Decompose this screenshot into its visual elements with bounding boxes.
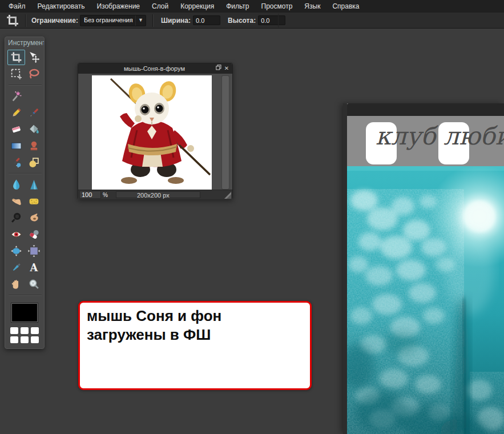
menu-item-file[interactable]: Файл xyxy=(9,2,26,10)
forum-banner-text: клуб любите xyxy=(376,122,504,150)
swatch-cell[interactable] xyxy=(31,327,39,334)
shapes-icon xyxy=(28,156,40,168)
tool-red-eye[interactable] xyxy=(7,227,25,242)
menu-item-language[interactable]: Язык xyxy=(304,2,320,10)
gradient-icon xyxy=(10,140,22,152)
tool-spacer xyxy=(25,89,43,104)
divider xyxy=(9,173,42,174)
resize-grip[interactable] xyxy=(224,192,231,199)
tool-marquee[interactable] xyxy=(7,66,25,82)
swatch-cell[interactable] xyxy=(10,336,18,343)
restore-window-icon[interactable] xyxy=(215,63,223,74)
tool-clone-stamp[interactable] xyxy=(25,138,43,154)
forum-canvas-image[interactable] xyxy=(347,166,504,434)
menu-item-help[interactable]: Справка xyxy=(332,2,359,10)
magnifier-icon xyxy=(28,278,40,290)
tool-move[interactable] xyxy=(25,50,43,65)
tool-crop[interactable] xyxy=(7,50,25,65)
image-size-label: 200x200 px xyxy=(116,191,200,198)
lasso-icon xyxy=(28,68,40,80)
document-body xyxy=(78,74,232,190)
menu-item-filter[interactable]: Фильтр xyxy=(226,2,249,10)
vertical-scrollbar[interactable] xyxy=(221,75,229,190)
marquee-icon xyxy=(10,68,22,80)
heal-patch-icon xyxy=(28,228,40,240)
tool-pencil[interactable] xyxy=(7,105,25,120)
tool-zoom[interactable] xyxy=(25,276,43,292)
tool-dodge[interactable] xyxy=(25,210,43,226)
swatch-cell[interactable] xyxy=(21,327,29,334)
tool-fill[interactable] xyxy=(25,122,43,137)
constraint-label: Ограничение: xyxy=(31,17,78,25)
divider xyxy=(278,14,279,27)
color-replace-icon xyxy=(10,156,22,168)
menu-item-edit[interactable]: Редактировать xyxy=(38,2,85,10)
bloat-icon xyxy=(10,245,22,257)
note-line-2: загружены в ФШ xyxy=(87,326,303,344)
width-label: Ширина: xyxy=(161,17,191,25)
width-input[interactable] xyxy=(193,15,220,25)
tool-sponge[interactable] xyxy=(25,194,43,209)
menu-item-image[interactable]: Изображение xyxy=(96,2,140,10)
burn-icon xyxy=(10,212,22,224)
tool-wand[interactable] xyxy=(7,89,25,104)
svg-text:A: A xyxy=(30,262,39,274)
tool-type[interactable]: A xyxy=(25,260,43,275)
divider xyxy=(25,14,26,27)
tool-lasso[interactable] xyxy=(25,66,43,82)
swatch-cell[interactable] xyxy=(21,336,29,343)
tool-blur[interactable] xyxy=(7,177,25,192)
tool-color-replace[interactable] xyxy=(7,155,25,170)
swatch-cell[interactable] xyxy=(31,336,39,343)
stamp-icon xyxy=(28,140,40,152)
menu-item-adjustment[interactable]: Коррекция xyxy=(180,2,214,10)
document-titlebar[interactable]: мышь-Соня-в-форум ✕ xyxy=(78,63,232,74)
divider xyxy=(9,85,42,86)
smudge-finger-icon xyxy=(10,195,22,207)
swatch-cell[interactable] xyxy=(10,327,18,334)
tool-color-picker[interactable] xyxy=(7,260,25,275)
tool-eraser[interactable] xyxy=(7,122,25,137)
forum-document-window: клуб любите xyxy=(343,103,504,434)
note-line-1: мышь Соня и фон xyxy=(87,307,303,326)
eyedropper-icon xyxy=(10,262,22,274)
tool-pinch[interactable] xyxy=(25,243,43,259)
tool-burn[interactable] xyxy=(7,210,25,226)
canvas[interactable] xyxy=(92,75,212,190)
night-blossom-image xyxy=(347,166,504,434)
document-title: мышь-Соня-в-форум xyxy=(78,65,215,72)
height-input[interactable] xyxy=(258,15,285,25)
constraint-value: Без ограничения xyxy=(80,15,135,26)
tool-heal[interactable] xyxy=(25,227,43,242)
zoom-level-input[interactable]: 100 xyxy=(79,191,101,199)
type-icon: A xyxy=(28,262,40,274)
tool-palette-title: Инструмент xyxy=(5,37,44,49)
tool-hand[interactable] xyxy=(7,276,25,292)
scrollbar-thumb[interactable] xyxy=(222,76,229,189)
tool-shapes[interactable] xyxy=(25,155,43,170)
close-icon[interactable]: ✕ xyxy=(223,63,231,74)
tool-palette: Инструмент xyxy=(5,37,45,349)
forum-banner-header: клуб любите xyxy=(347,116,504,166)
height-label: Высота: xyxy=(228,17,256,25)
tool-smudge[interactable] xyxy=(7,194,25,209)
eraser-icon xyxy=(10,123,22,135)
pencil-icon xyxy=(10,107,22,119)
tool-gradient[interactable] xyxy=(7,138,25,154)
divider xyxy=(152,14,154,27)
menu-item-view[interactable]: Просмотр xyxy=(261,2,293,10)
forum-window-titlebar[interactable] xyxy=(347,103,504,116)
tool-brush[interactable] xyxy=(25,105,43,120)
percent-label: % xyxy=(103,192,108,198)
menu-item-layer[interactable]: Слой xyxy=(152,2,168,10)
crop-icon xyxy=(6,14,19,27)
tool-bloat[interactable] xyxy=(7,243,25,259)
menu-bar: Файл Редактировать Изображение Слой Корр… xyxy=(0,0,504,13)
sponge-icon xyxy=(28,195,40,207)
sharpen-cone-icon xyxy=(28,179,40,191)
tool-sharpen[interactable] xyxy=(25,177,43,192)
hand-icon xyxy=(10,278,22,290)
constraint-select[interactable]: Без ограничения ▼ xyxy=(80,15,146,26)
paint-bucket-icon xyxy=(28,123,40,135)
foreground-color-swatch[interactable] xyxy=(11,303,38,322)
